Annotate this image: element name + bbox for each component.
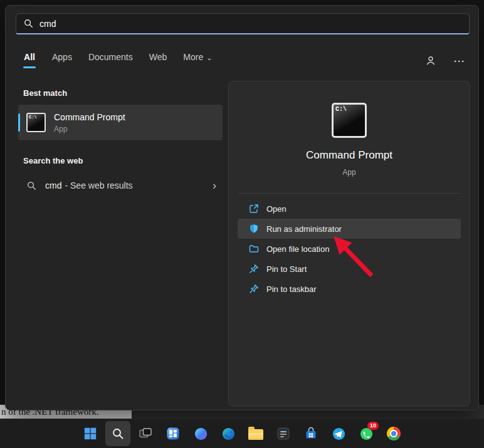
search-web-heading: Search the web (23, 156, 83, 165)
file-explorer-icon (248, 429, 263, 440)
taskbar: 10 (0, 419, 484, 448)
web-query: cmd (45, 180, 61, 190)
account-button[interactable] (423, 53, 438, 68)
tab-documents[interactable]: Documents (88, 52, 133, 68)
pin-icon (249, 284, 259, 294)
filter-tabs: All Apps Documents Web More ⌄ (23, 52, 468, 72)
search-icon (27, 181, 36, 190)
copilot-button[interactable] (188, 421, 213, 446)
selection-accent-bar (18, 113, 20, 132)
result-title: Command Prompt (54, 112, 125, 122)
widgets-button[interactable] (160, 421, 186, 446)
edge-icon (221, 427, 236, 441)
best-match-result[interactable]: C:\ Command Prompt App (18, 105, 223, 140)
copilot-icon (194, 427, 208, 441)
folder-icon (249, 244, 259, 254)
best-match-heading: Best match (23, 88, 67, 98)
action-open-file-location[interactable]: Open file location (238, 239, 461, 259)
pinned-app-icon (276, 426, 291, 441)
preview-pane: C:\ Command Prompt App Open Run as admin… (228, 81, 470, 407)
result-subtitle: App (54, 125, 125, 133)
open-icon (249, 204, 259, 214)
chrome-button[interactable] (381, 421, 406, 446)
whatsapp-button[interactable]: 10 (354, 421, 379, 446)
command-prompt-icon-large: C:\ (332, 103, 367, 138)
pin-icon (249, 264, 259, 274)
tab-all[interactable]: All (23, 52, 36, 68)
action-list: Open Run as administrator Open file loca… (229, 199, 470, 299)
telegram-button[interactable] (326, 421, 351, 446)
edge-button[interactable] (216, 421, 241, 446)
tab-apps[interactable]: Apps (52, 52, 72, 68)
tab-web[interactable]: Web (149, 52, 167, 68)
search-icon (112, 427, 124, 440)
preview-subtitle: App (342, 168, 355, 177)
chevron-down-icon: ⌄ (206, 54, 212, 62)
microsoft-store-button[interactable] (298, 421, 324, 446)
shield-icon (249, 224, 259, 234)
notification-badge: 10 (367, 422, 379, 430)
ellipsis-icon: ··· (454, 56, 465, 66)
preview-title: Command Prompt (306, 149, 392, 162)
task-view-button[interactable] (133, 421, 158, 446)
search-icon (24, 19, 33, 28)
action-run-as-administrator[interactable]: Run as administrator (238, 219, 461, 239)
search-input[interactable] (39, 19, 461, 29)
action-pin-to-start[interactable]: Pin to Start (238, 259, 461, 279)
web-suffix: - See web results (65, 180, 132, 190)
search-box[interactable] (16, 13, 470, 34)
widgets-icon (166, 426, 181, 441)
file-explorer-button[interactable] (243, 421, 268, 446)
options-button[interactable]: ··· (452, 53, 467, 68)
account-icon (425, 55, 436, 66)
search-flyout: All Apps Documents Web More ⌄ ··· Best m… (5, 5, 479, 410)
chevron-right-icon[interactable]: › (213, 180, 216, 191)
start-button[interactable] (78, 421, 103, 446)
divider (238, 193, 460, 194)
command-prompt-icon: C:\ (26, 113, 46, 132)
windows-logo-icon (83, 427, 97, 440)
action-pin-to-taskbar[interactable]: Pin to taskbar (238, 279, 461, 299)
telegram-icon (332, 427, 346, 441)
web-search-result[interactable]: cmd- See web results › (18, 172, 223, 199)
tab-more[interactable]: More ⌄ (183, 52, 212, 62)
task-view-icon (138, 426, 153, 441)
chrome-icon (387, 427, 401, 440)
pinned-app-button[interactable] (271, 421, 296, 446)
microsoft-store-icon (303, 426, 318, 441)
action-open[interactable]: Open (238, 199, 461, 219)
taskbar-search-button[interactable] (105, 421, 130, 446)
